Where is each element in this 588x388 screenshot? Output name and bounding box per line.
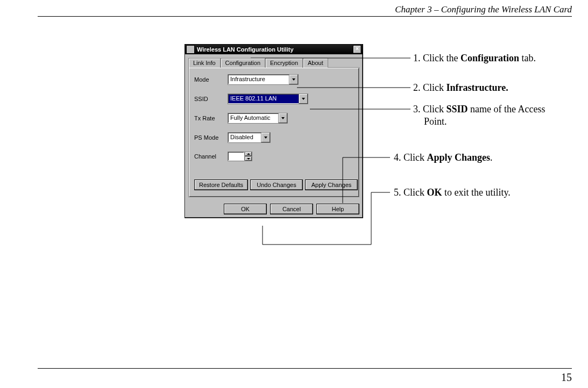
chevron-down-icon[interactable] [245,156,252,161]
row-psmode: PS Mode Disabled [194,132,353,143]
app-icon [186,45,195,54]
header-rule [38,16,572,17]
callout-5-post: to exit the utility. [442,187,511,198]
combo-mode-value: Infrastructure [228,75,289,84]
wlan-config-window: Wireless LAN Configuration Utility × Lin… [185,44,363,218]
combo-ssid[interactable]: IEEE 802.11 LAN [228,94,308,104]
dialog-button-row: OK Cancel Help [185,200,363,218]
ok-button[interactable]: OK [224,204,267,214]
titlebar: Wireless LAN Configuration Utility × [185,45,363,54]
chevron-down-icon[interactable] [261,133,270,142]
chevron-up-icon[interactable] [245,152,252,156]
row-mode: Mode Infrastructure [194,74,353,85]
page-number: 15 [561,371,572,384]
callout-4-bold: Apply Changes [427,152,491,163]
apply-changes-button[interactable]: Apply Changes [305,179,358,190]
callout-1-post: tab. [519,53,536,63]
label-txrate: Tx Rate [194,115,228,121]
spinner-buttons[interactable] [245,152,252,161]
window-title: Wireless LAN Configuration Utility [197,46,353,53]
combo-txrate[interactable]: Fully Automatic [228,113,288,124]
chevron-down-icon[interactable] [278,113,287,123]
callout-3-bold: SSID [447,104,468,114]
callout-5-bold: OK [427,187,442,198]
callout-3: 3. Click SSID name of the Access Point. [413,103,564,127]
tab-about[interactable]: About [303,58,328,68]
combo-psmode[interactable]: Disabled [228,132,271,143]
callout-1-bold: Configuration [461,53,519,63]
callout-2-pre: 2. Click [413,82,447,93]
combo-txrate-value: Fully Automatic [228,113,278,123]
label-psmode: PS Mode [194,134,228,141]
chevron-down-icon[interactable] [289,75,298,84]
undo-changes-button[interactable]: Undo Changes [250,179,303,190]
chevron-down-icon[interactable] [299,94,308,104]
callout-5-pre: 5. Click [394,187,427,198]
callout-4: 4. Click Apply Changes. [394,152,493,164]
channel-input[interactable] [228,152,245,161]
callout-3-pre: 3. Click [413,104,447,114]
row-channel: Channel [194,152,353,161]
callout-1-pre: 1. Click the [413,53,461,63]
tabstrip: Link Info Configuration Encryption About [185,54,363,67]
page-header: Chapter 3 – Configuring the Wireless LAN… [38,4,572,15]
row-ssid: SSID IEEE 802.11 LAN [194,94,353,104]
label-mode: Mode [194,76,228,83]
callout-2: 2. Click Infrastructure. [413,82,508,94]
cancel-button[interactable]: Cancel [270,204,313,214]
callout-3-post: name of the Access [468,104,546,114]
callout-5: 5. Click OK to exit the utility. [394,186,511,199]
close-icon[interactable]: × [353,45,362,54]
combo-ssid-value: IEEE 802.11 LAN [228,94,299,104]
panel-button-row: Restore Defaults Undo Changes Apply Chan… [194,179,353,190]
row-txrate: Tx Rate Fully Automatic [194,113,353,124]
label-ssid: SSID [194,96,228,102]
combo-psmode-value: Disabled [228,133,261,142]
tab-link-info[interactable]: Link Info [188,58,221,68]
callout-4-pre: 4. Click [394,152,427,163]
footer-rule [38,368,572,369]
tab-configuration[interactable]: Configuration [221,58,265,68]
callout-3-line2: Point. [413,116,447,127]
chapter-title: Chapter 3 – Configuring the Wireless LAN… [395,4,572,15]
callout-1: 1. Click the Configuration tab. [413,52,536,64]
label-channel: Channel [194,153,228,160]
restore-defaults-button[interactable]: Restore Defaults [194,179,248,190]
combo-mode[interactable]: Infrastructure [228,74,299,85]
tabpanel-configuration: Mode Infrastructure SSID IEEE 802.11 LAN… [188,67,359,197]
tab-encryption[interactable]: Encryption [265,58,303,68]
help-button[interactable]: Help [316,204,359,214]
callout-4-post: . [490,152,493,163]
spinner-channel[interactable] [228,152,252,161]
callout-2-bold: Infrastructure. [447,82,508,93]
